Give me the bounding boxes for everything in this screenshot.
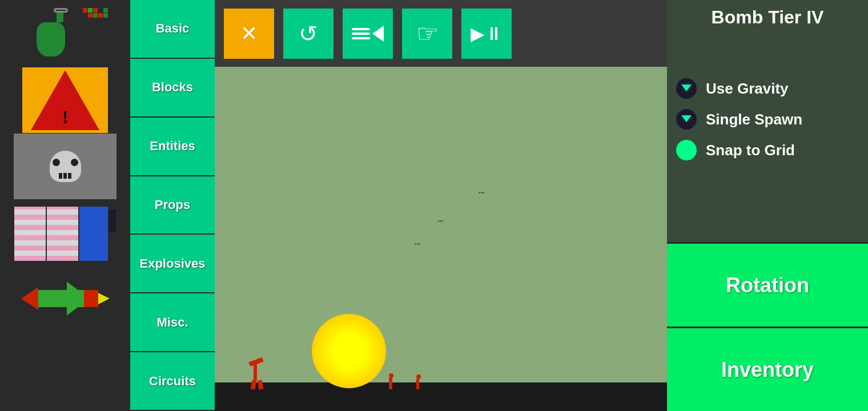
right-options: Use Gravity Single Spawn Snap to Grid	[667, 67, 868, 242]
single-spawn-label: Single Spawn	[706, 111, 802, 128]
snap-to-grid-toggle[interactable]	[676, 140, 697, 160]
canvas-label-3: •••	[415, 241, 421, 247]
nav-item-explosives[interactable]: Explosives	[130, 235, 215, 293]
left-sidebar: !	[0, 0, 130, 411]
entity-figure-1	[249, 360, 263, 389]
sidebar-item-warning[interactable]: !	[11, 68, 119, 131]
canvas-label-2: •••	[437, 218, 444, 224]
nav-item-misc[interactable]: Misc.	[130, 293, 215, 352]
sidebar-item-striped-box[interactable]	[11, 201, 119, 264]
inventory-button[interactable]: Inventory	[667, 327, 868, 411]
entity-figure-2	[386, 373, 393, 389]
nav-panel: Basic Blocks Entities Props Explosives M…	[130, 0, 215, 411]
option-snap-to-grid: Snap to Grid	[676, 140, 859, 160]
right-panel: Bomb Tier IV Use Gravity Single Spawn Sn…	[667, 0, 868, 411]
nav-item-entities[interactable]: Entities	[130, 118, 215, 176]
sidebar-item-skull-cam[interactable]	[11, 135, 119, 198]
right-buttons: Rotation Inventory	[667, 242, 868, 411]
sidebar-item-grenade[interactable]	[11, 2, 119, 65]
nav-item-props[interactable]: Props	[130, 176, 215, 235]
right-header: Bomb Tier IV	[667, 0, 868, 67]
nav-item-circuits[interactable]: Circuits	[130, 352, 215, 411]
snap-to-grid-label: Snap to Grid	[706, 142, 795, 159]
nav-item-basic[interactable]: Basic	[130, 0, 215, 59]
ground	[215, 382, 667, 411]
canvas-label-1: •••	[479, 190, 485, 196]
undo-button[interactable]: ↺	[283, 9, 333, 59]
svg-marker-0	[681, 84, 692, 91]
close-button[interactable]: ✕	[224, 9, 274, 59]
single-spawn-toggle[interactable]	[676, 109, 697, 130]
sidebar-item-missile[interactable]	[11, 267, 119, 330]
entity-title: Bomb Tier IV	[678, 7, 857, 28]
entity-figure-3	[415, 374, 421, 389]
menu-button[interactable]	[343, 9, 393, 59]
play-pause-button[interactable]: ▶⏸	[461, 9, 512, 59]
use-gravity-label: Use Gravity	[706, 80, 789, 98]
option-use-gravity: Use Gravity	[676, 78, 859, 99]
explosion-effect	[312, 314, 386, 388]
svg-marker-1	[681, 115, 692, 122]
interact-button[interactable]: ☞	[402, 9, 452, 59]
nav-item-blocks[interactable]: Blocks	[130, 59, 215, 118]
toolbar: ✕ ↺ ☞ ▶⏸	[215, 0, 667, 67]
option-single-spawn: Single Spawn	[676, 109, 859, 130]
game-canvas[interactable]: ••• ••• •••	[215, 67, 667, 411]
main-area: ✕ ↺ ☞ ▶⏸	[215, 0, 667, 411]
rotation-button[interactable]: Rotation	[667, 242, 868, 327]
use-gravity-toggle[interactable]	[676, 78, 697, 99]
